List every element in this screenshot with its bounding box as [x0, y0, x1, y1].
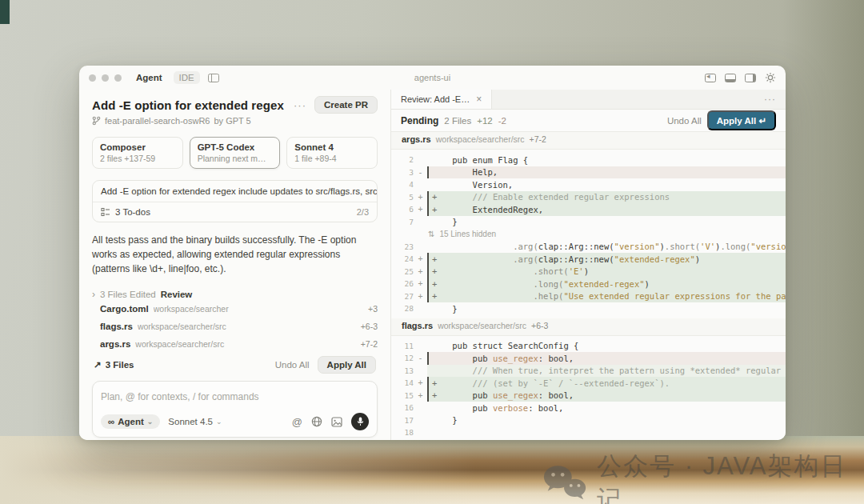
code-content: + .long("extended-regex")	[427, 278, 786, 290]
code-token: "extended-regex"	[614, 254, 695, 264]
code-token: bool,	[538, 403, 564, 413]
app-window: Agent IDE agents-ui Add -E option for e	[79, 66, 786, 440]
task-summary-card[interactable]: Add -E option for extended regex include…	[92, 180, 378, 222]
create-pr-button[interactable]: Create PR	[314, 96, 378, 114]
file-diff-stats: +7-2	[530, 134, 546, 144]
close-tab-icon[interactable]: ×	[476, 94, 482, 105]
mention-icon[interactable]: @	[292, 416, 302, 428]
code-token	[437, 291, 533, 301]
toggle-left-panel-icon[interactable]	[705, 74, 716, 82]
code-content: pub verbose: bool,	[427, 402, 786, 414]
tab-ide[interactable]: IDE	[174, 71, 200, 84]
tab-options-button[interactable]: ···	[764, 94, 776, 105]
diff-line: 11 pub struct SearchConfig {	[391, 340, 786, 353]
diff-line: 25++ .short('E')	[391, 266, 786, 278]
code-token: bool,	[548, 354, 574, 363]
watermark: 公众号 · JAVA架构日记	[542, 450, 864, 504]
branch-author: by GPT 5	[214, 116, 250, 126]
file-diff-stats: +7-2	[361, 339, 378, 349]
diff-line: 12- pub use_regex: bool,	[391, 352, 786, 365]
code-token: .help(	[533, 291, 563, 301]
toggle-bottom-panel-icon[interactable]	[725, 74, 736, 82]
task-menu-button[interactable]: ···	[294, 99, 306, 111]
undo-all-button[interactable]: Undo All	[275, 360, 310, 370]
settings-gear-icon[interactable]	[765, 72, 776, 83]
review-tab-label: Review: Add -E…	[401, 94, 470, 104]
model-label: Sonnet 4.5	[168, 417, 213, 426]
code-content: }	[427, 414, 786, 427]
apply-all-button[interactable]: Apply All	[318, 356, 376, 374]
toggle-right-panel-icon[interactable]	[745, 74, 756, 82]
diff-line: 14++ /// (set by `-E` / `--extended-rege…	[391, 377, 786, 390]
background-corner-chip	[0, 0, 10, 24]
file-row[interactable]: args.rs workspace/searcher/src +7-2	[92, 335, 378, 353]
line-number: 18	[391, 428, 414, 437]
diff-gutter-marker: +	[414, 279, 427, 288]
diff-line: 28 }	[391, 302, 786, 315]
todos-checklist-icon	[101, 207, 110, 217]
changed-files-label: 3 Files	[106, 360, 134, 370]
file-diff-stats: +6-3	[361, 322, 378, 331]
agent-card-sub: Planning next m…	[198, 154, 273, 163]
infinity-icon: ∞	[108, 417, 114, 426]
diff-gutter-marker: +	[414, 267, 427, 276]
composer-input-card[interactable]: ∞ Agent ⌄ Sonnet 4.5 ⌄ @	[92, 381, 378, 438]
code-token: )	[584, 266, 589, 276]
voice-mic-button[interactable]	[351, 413, 369, 430]
code-token: }	[432, 415, 458, 425]
review-panel: Review: Add -E… × ··· Pending 2 Files +1…	[391, 90, 786, 440]
diff-gutter-marker: +	[414, 391, 427, 400]
expand-lines-icon[interactable]: ⇅	[428, 230, 434, 238]
chevron-down-icon: ⌄	[216, 418, 222, 426]
image-icon[interactable]	[331, 417, 342, 427]
agent-card-composer[interactable]: Composer 2 files +137-59	[92, 137, 183, 169]
code-token: )	[645, 279, 650, 289]
file-path: workspace/searcher/src	[138, 322, 356, 331]
agent-card-sub: 1 file +89-4	[294, 154, 370, 163]
review-link[interactable]: Review	[161, 290, 193, 299]
branch-name[interactable]: feat-parallel-search-oswR6	[105, 116, 210, 126]
hidden-lines-row[interactable]: ⇅15 Lines hidden	[391, 228, 786, 241]
undo-all-button[interactable]: Undo All	[667, 116, 702, 126]
web-globe-icon[interactable]	[311, 416, 322, 427]
diff-gutter-marker: +	[414, 254, 427, 263]
file-row[interactable]: flags.rs workspace/searcher/src +6-3	[92, 318, 378, 335]
agent-card-sonnet4[interactable]: Sonnet 4 1 file +89-4	[286, 137, 378, 169]
chevron-right-icon[interactable]: ›	[92, 289, 95, 300]
prompt-input[interactable]	[101, 391, 369, 402]
line-number: 11	[391, 342, 414, 350]
model-selector[interactable]: Sonnet 4.5 ⌄	[168, 417, 222, 426]
code-token	[437, 192, 472, 202]
changed-files-summary[interactable]: ↗ 3 Files	[94, 359, 134, 370]
code-token	[432, 366, 473, 375]
review-tab[interactable]: Review: Add -E… ×	[391, 90, 492, 109]
code-token: "extended-regex"	[563, 279, 644, 289]
line-number: 17	[391, 416, 414, 425]
code-token	[432, 155, 452, 165]
diff-viewer: args.rsworkspace/searcher/src+7-22 pub e…	[391, 132, 786, 440]
file-row[interactable]: Cargo.toml workspace/searcher +3	[92, 300, 378, 318]
apply-all-button[interactable]: Apply All ↵	[707, 110, 776, 130]
code-content: + ExtendedRegex,	[427, 203, 786, 216]
code-token: .long(	[533, 279, 563, 289]
line-number: 2	[391, 155, 414, 164]
close-window-button[interactable]	[89, 74, 96, 82]
code-token: Flag {	[498, 155, 528, 165]
code-content: }	[427, 216, 786, 229]
code-token	[437, 279, 533, 289]
pending-removed-stat: -2	[498, 116, 506, 126]
zoom-window-button[interactable]	[114, 74, 122, 82]
agent-card-gpt5-codex[interactable]: GPT-5 Codex Planning next m…	[190, 137, 281, 169]
diff-file-header[interactable]: flags.rsworkspace/searcher/src+6-3	[391, 318, 786, 336]
diff-line: 17 }	[391, 414, 786, 427]
code-token: )	[695, 254, 700, 264]
diff-gutter-marker: +	[414, 193, 427, 202]
diff-file-header[interactable]: args.rsworkspace/searcher/src+7-2	[391, 132, 786, 150]
diff-line: 3- Help,	[391, 166, 786, 179]
line-number: 5	[391, 193, 414, 202]
tab-agent[interactable]: Agent	[136, 73, 162, 82]
mode-selector[interactable]: ∞ Agent ⌄	[101, 414, 160, 429]
layout-columns-icon[interactable]	[208, 74, 219, 82]
diff-line: 23 .arg(clap::Arg::new("version").short(…	[391, 241, 786, 254]
minimize-window-button[interactable]	[102, 74, 109, 82]
